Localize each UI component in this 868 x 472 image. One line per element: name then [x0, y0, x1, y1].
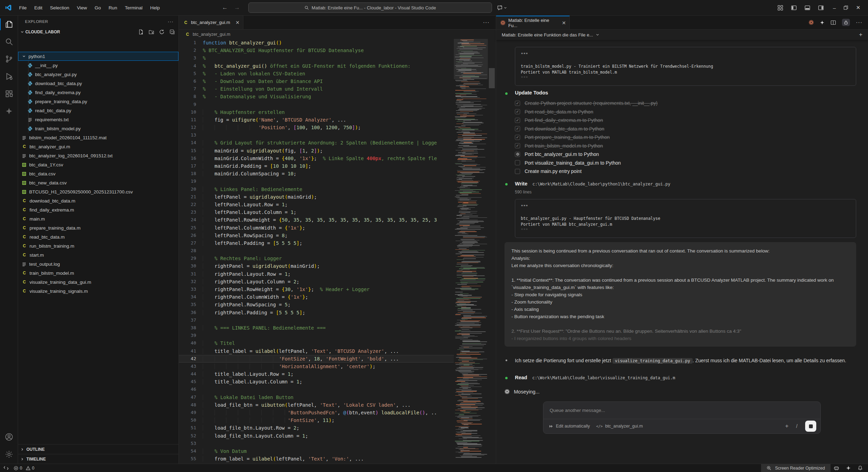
code-line-38[interactable]: 38 % === LINKES PANEL: Bedienelemente ==… — [179, 324, 454, 332]
tree-item-btcusd-h1-202509250000-202512311700-csv[interactable]: BTCUSD_H1_202509250000_202512311700.csv — [18, 187, 178, 196]
tree-item-start-m[interactable]: Cstart.m — [18, 250, 178, 259]
source-control-icon[interactable] — [0, 50, 18, 68]
close-window-button[interactable]: ✕ — [856, 5, 860, 11]
tree-item-visualize-training-data-gui-m[interactable]: Cvisualize_training_data_gui.m — [18, 278, 178, 287]
code-line-2[interactable]: 2% BTC_ANALYZER_GUI Hauptfenster für BTC… — [179, 47, 454, 54]
explorer-more-actions[interactable]: ··· — [168, 19, 174, 24]
code-line-51[interactable]: 51 load_file_btn.Layout.Row = 2; — [179, 424, 454, 432]
forward-button[interactable]: → — [234, 4, 240, 11]
code-line-48[interactable]: 48 load_file_btn = uibutton(leftPanel, '… — [179, 401, 454, 409]
code-line-37[interactable]: 37 — [179, 316, 454, 324]
tree-item-btc-data-csv[interactable]: btc_data.csv — [18, 169, 178, 178]
claude-sidebar-icon[interactable] — [0, 102, 18, 120]
code-line-29[interactable]: 29 % Rechtes Panel: Logger — [179, 255, 454, 262]
new-session-button[interactable]: + — [859, 31, 862, 38]
run-debug-icon[interactable] — [0, 68, 18, 85]
code-line-20[interactable]: 20 % Linkes Panel: Bedienelemente — [179, 185, 454, 193]
scrollbar-thumb[interactable] — [489, 68, 495, 88]
code-line-30[interactable]: 30 rightPanel = uigridlayout(mainGrid); — [179, 262, 454, 270]
minimize-button[interactable]: – — [833, 5, 836, 11]
tree-item-read-btc-data-py[interactable]: read_btc_data.py — [18, 106, 178, 115]
tree-item-btc-analyzer-gui-m[interactable]: Cbtc_analyzer_gui.m — [18, 142, 178, 151]
tree-item-btc-data-1y-csv[interactable]: btc_data_1Y.csv — [18, 160, 178, 169]
code-editor[interactable]: 1function btc_analyzer_gui()2% BTC_ANALY… — [179, 39, 454, 464]
code-line-54[interactable]: 54 % Von Datum — [179, 447, 454, 455]
claude-icon[interactable] — [809, 20, 814, 25]
menu-edit[interactable]: Edit — [31, 4, 45, 12]
slash-command-button[interactable]: / — [796, 423, 798, 429]
outline-section[interactable]: OUTLINE — [18, 444, 178, 454]
search-sidebar-icon[interactable] — [0, 33, 18, 50]
code-line-26[interactable]: 26 leftPanel.RowSpacing = 8; — [179, 232, 454, 239]
code-line-23[interactable]: 23 leftPanel.Layout.Column = 1; — [179, 208, 454, 216]
write-path[interactable]: c:\Work\MatLab\Cloude_labor\python1\btc_… — [532, 182, 670, 187]
code-line-27[interactable]: 27 leftPanel.Padding = [5 5 5 5]; — [179, 239, 454, 247]
timeline-section[interactable]: TIMELINE — [18, 454, 178, 464]
menu-run[interactable]: Run — [106, 4, 120, 12]
new-file-icon[interactable] — [138, 29, 144, 35]
tree-item-visualize-training-signals-m[interactable]: Cvisualize_training_signals.m — [18, 287, 178, 296]
settings-gear-icon[interactable] — [0, 446, 18, 463]
command-center-search[interactable]: Matlab: Erstelle eine Fu... - Cloude_lab… — [248, 2, 492, 13]
code-line-36[interactable]: 36 rightPanel.Padding = [5 5 5 5]; — [179, 309, 454, 316]
code-line-19[interactable]: 19 — [179, 177, 454, 185]
code-line-28[interactable]: 28 — [179, 247, 454, 255]
code-line-12[interactable]: 12 'Position', [100, 100, 1200, 750]); — [179, 124, 454, 131]
more-actions-icon[interactable]: ··· — [856, 19, 862, 26]
code-line-5[interactable]: 5% - Laden von lokalen CSV-Dateien — [179, 70, 454, 77]
code-line-34[interactable]: 34 rightPanel.ColumnWidth = {'1x'}; — [179, 293, 454, 301]
code-line-53[interactable]: 53 — [179, 440, 454, 447]
code-line-4[interactable]: 4% btc_analyzer_gui() öffnet ein GUI-Fen… — [179, 62, 454, 70]
tree-item-find-daily-extrema-py[interactable]: find_daily_extrema.py — [18, 88, 178, 97]
menu-selection[interactable]: Selection — [47, 4, 73, 12]
code-line-16[interactable]: 16 mainGrid.ColumnWidth = {400, '1x'}; %… — [179, 155, 454, 162]
menu-help[interactable]: Help — [147, 4, 163, 12]
toggle-secondary-sidebar-icon[interactable] — [818, 5, 824, 11]
tree-item-download-btc-data-py[interactable]: download_btc_data.py — [18, 79, 178, 88]
extensions-icon[interactable] — [0, 85, 18, 102]
code-line-11[interactable]: 11 fig = uifigure('Name', 'BTCUSD Analyz… — [179, 116, 454, 124]
tab-btc-analyzer-gui[interactable]: C btc_analyzer_gui.m ✕ — [179, 16, 243, 29]
tree-item-main-m[interactable]: Cmain.m — [18, 214, 178, 223]
tree-item-btc-analyzer-gui-py[interactable]: btc_analyzer_gui.py — [18, 70, 178, 79]
sparkle-status-icon[interactable] — [842, 464, 854, 472]
tree-item-download-btc-data-m[interactable]: Cdownload_btc_data.m — [18, 196, 178, 205]
tree-item-btc-analyzer-log-20260104-091512-txt[interactable]: btc_analyzer_log_20260104_091512.txt — [18, 151, 178, 160]
code-line-13[interactable]: 13 — [179, 131, 454, 139]
tree-item-btc-new-data-csv[interactable]: btc_new_data.csv — [18, 178, 178, 187]
code-line-14[interactable]: 14 % Grid Layout für strukturierte Anord… — [179, 139, 454, 147]
toggle-sidebar-icon[interactable] — [791, 5, 797, 11]
minimap[interactable] — [454, 39, 488, 464]
split-editor-icon[interactable] — [831, 20, 836, 25]
code-line-22[interactable]: 22 leftPanel.Layout.Row = 1; — [179, 201, 454, 208]
tree-item-prepare-training-data-m[interactable]: Cprepare_training_data.m — [18, 223, 178, 232]
code-line-50[interactable]: 50 'FontSize', 11); — [179, 416, 454, 424]
accounts-icon[interactable] — [0, 428, 18, 446]
attach-plus-button[interactable]: + — [785, 423, 788, 430]
lock-icon[interactable] — [842, 19, 850, 26]
code-line-25[interactable]: 25 leftPanel.ColumnWidth = {'1x'}; — [179, 224, 454, 232]
customize-layout-icon[interactable] — [777, 5, 783, 11]
code-line-44[interactable]: 44 title_label.Layout.Row = 1; — [179, 370, 454, 378]
code-line-31[interactable]: 31 rightPanel.Layout.Row = 1; — [179, 270, 454, 278]
tree-item-bilstm-model-20260104-111152-mat[interactable]: bilstm_model_20260104_111152.mat — [18, 133, 178, 142]
menu-view[interactable]: View — [74, 4, 90, 12]
tree-item-find-daily-extrema-m[interactable]: Cfind_daily_extrema.m — [18, 205, 178, 214]
restore-button[interactable] — [843, 5, 848, 10]
new-folder-icon[interactable] — [149, 29, 154, 35]
code-line-8[interactable]: 8% - Datenanalyse und Visualisierung — [179, 93, 454, 100]
code-line-40[interactable]: 40 % Titel — [179, 339, 454, 347]
close-tab-icon[interactable]: ✕ — [235, 20, 240, 25]
problems-indicator[interactable]: 0 0 — [14, 466, 34, 471]
tab-claude-session[interactable]: Matlab: Erstelle eine Fu... ✕ — [496, 16, 570, 29]
code-line-15[interactable]: 15 mainGrid = uigridlayout(fig, [1, 2]); — [179, 147, 454, 155]
tree-item-read-btc-data-m[interactable]: Cread_btc_data.m — [18, 232, 178, 241]
code-line-6[interactable]: 6% - Download von Daten über Binance API — [179, 77, 454, 85]
code-line-9[interactable]: 9 — [179, 101, 454, 108]
code-line-42[interactable]: 42 'FontSize', 18, 'FontWeight', 'bold',… — [179, 355, 454, 363]
collapse-folders-icon[interactable] — [169, 29, 175, 35]
code-line-18[interactable]: 18 mainGrid.ColumnSpacing = 10; — [179, 170, 454, 177]
explorer-icon[interactable] — [0, 16, 18, 33]
session-title[interactable]: Matlab: Erstelle eine Funktion die das F… — [502, 32, 593, 38]
tree-item-test-output-log[interactable]: test_output.log — [18, 259, 178, 268]
